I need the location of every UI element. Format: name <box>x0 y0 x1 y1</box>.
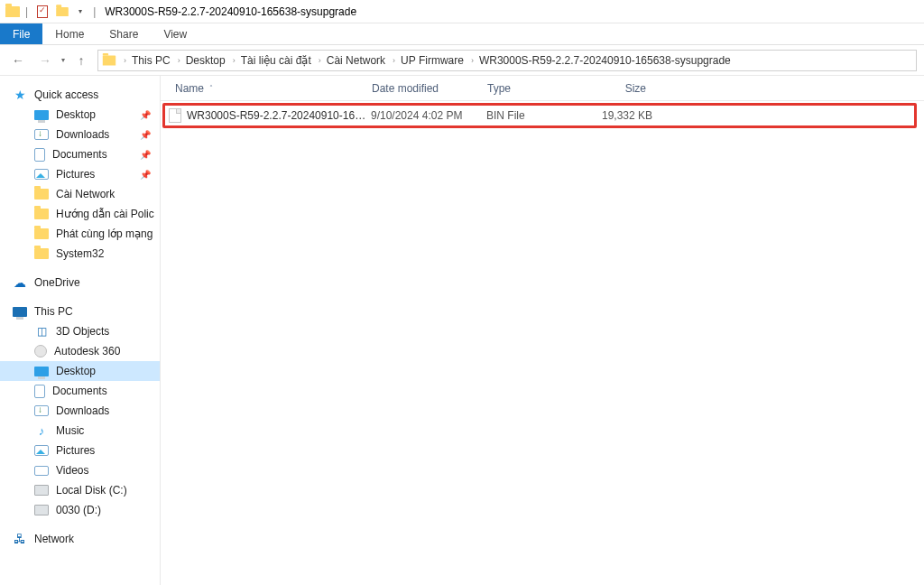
window-title: WR3000S-R59-2.2.7-20240910-165638-sysupg… <box>99 5 356 18</box>
3d-objects-icon: ◫ <box>34 324 49 339</box>
breadcrumb-this-pc[interactable]: This PC <box>132 54 171 67</box>
sidebar-item-label: Hướng dẫn cài Polic <box>56 208 154 220</box>
home-tab[interactable]: Home <box>42 23 97 44</box>
sidebar-item[interactable]: Phát cùng lớp mạng <box>0 224 160 244</box>
up-button[interactable]: ↑ <box>70 50 92 71</box>
sidebar-item[interactable]: Videos <box>0 460 160 480</box>
view-tab[interactable]: View <box>151 23 199 44</box>
navigation-pane: ★ Quick access Desktop📌Downloads📌Documen… <box>0 76 161 585</box>
chevron-right-icon: › <box>118 56 132 65</box>
file-row[interactable]: WR3000S-R59-2.2.7-20240910-165638-sys...… <box>165 106 914 125</box>
sidebar-item[interactable]: Downloads📌 <box>0 125 160 144</box>
file-tab[interactable]: File <box>0 23 42 44</box>
col-size[interactable]: Size <box>581 82 661 95</box>
separator: | <box>89 5 99 18</box>
sidebar-item[interactable]: Local Disk (C:) <box>0 480 160 500</box>
music-icon: ♪ <box>34 423 49 438</box>
sidebar-item[interactable]: 0030 (D:) <box>0 500 160 520</box>
quick-access-toolbar: | ▾ | <box>5 3 99 21</box>
disk-icon <box>34 505 49 515</box>
this-pc-heading[interactable]: This PC <box>0 302 160 321</box>
downloads-icon <box>34 129 49 140</box>
quick-access-heading[interactable]: ★ Quick access <box>0 85 160 105</box>
sidebar-item[interactable]: Hướng dẫn cài Polic <box>0 204 160 224</box>
downloads-icon <box>34 405 49 416</box>
sidebar-item-label: 3D Objects <box>56 325 109 338</box>
sidebar-item[interactable]: Autodesk 360 <box>0 341 160 361</box>
sidebar-item[interactable]: System32 <box>0 244 160 264</box>
breadcrumb-desktop[interactable]: Desktop <box>186 54 226 67</box>
sidebar-item[interactable]: Cài Network <box>0 184 160 204</box>
quick-access-label: Quick access <box>34 88 98 101</box>
sidebar-item[interactable]: Documents <box>0 381 160 401</box>
network-label: Network <box>34 533 74 545</box>
file-name: WR3000S-R59-2.2.7-20240910-165638-sys... <box>187 109 371 122</box>
desktop-icon <box>34 367 49 376</box>
folder-icon <box>34 209 49 219</box>
sidebar-item[interactable]: ◫3D Objects <box>0 321 160 341</box>
title-bar: | ▾ | WR3000S-R59-2.2.7-20240910-165638-… <box>0 0 924 23</box>
breadcrumb-current[interactable]: WR3000S-R59-2.2.7-20240910-165638-sysupg… <box>479 54 731 67</box>
col-date[interactable]: Date modified <box>365 82 480 95</box>
chevron-right-icon: › <box>313 56 327 65</box>
breadcrumb-folder[interactable]: Cài Network <box>327 54 385 67</box>
address-bar[interactable]: ›This PC ›Desktop ›Tài liệu cài đặt ›Cài… <box>97 50 917 71</box>
sidebar-item-label: Music <box>56 424 84 437</box>
documents-icon <box>34 148 45 162</box>
desktop-icon <box>34 110 49 120</box>
qat-customize[interactable]: ▾ <box>73 7 88 15</box>
onedrive-heading[interactable]: ☁ OneDrive <box>0 273 160 292</box>
file-icon <box>169 108 181 123</box>
chevron-right-icon: › <box>387 56 401 65</box>
back-button[interactable]: ← <box>7 50 29 71</box>
pc-icon <box>13 307 27 317</box>
column-headers: Name ˄ Date modified Type Size <box>161 76 924 101</box>
folder-icon <box>34 189 49 200</box>
sidebar-item-label: Pictures <box>56 444 95 457</box>
navigation-bar: ← → ▾ ↑ ›This PC ›Desktop ›Tài liệu cài … <box>0 45 924 76</box>
sidebar-item-label: Videos <box>56 464 88 477</box>
folder-icon <box>34 248 49 259</box>
sidebar-item-label: Cài Network <box>56 188 115 200</box>
pictures-icon <box>34 169 49 180</box>
sidebar-item-label: Documents <box>52 385 107 397</box>
share-tab[interactable]: Share <box>97 23 151 44</box>
forward-button[interactable]: → <box>34 50 56 71</box>
folder-icon <box>56 6 69 15</box>
videos-icon <box>34 466 49 476</box>
properties-button[interactable] <box>33 3 51 21</box>
sidebar-item-label: Pictures <box>56 168 95 181</box>
highlighted-annotation: WR3000S-R59-2.2.7-20240910-165638-sys...… <box>162 103 917 128</box>
sidebar-item[interactable]: Downloads <box>0 401 160 421</box>
onedrive-label: OneDrive <box>34 276 80 289</box>
cloud-icon: ☁ <box>13 275 27 290</box>
new-folder-button[interactable] <box>53 3 71 21</box>
pin-icon: 📌 <box>140 170 151 180</box>
sidebar-item-label: Local Disk (C:) <box>56 484 127 497</box>
ribbon-tabs: File Home Share View <box>0 23 924 45</box>
sidebar-item[interactable]: Pictures📌 <box>0 164 160 184</box>
sidebar-item-label: Downloads <box>56 128 109 141</box>
breadcrumb-folder[interactable]: Tài liệu cài đặt <box>241 54 311 67</box>
autodesk-icon <box>34 345 47 358</box>
history-dropdown[interactable]: ▾ <box>61 56 65 64</box>
sidebar-item[interactable]: Documents📌 <box>0 144 160 164</box>
sidebar-item[interactable]: Desktop📌 <box>0 105 160 125</box>
col-name-label: Name <box>175 82 204 95</box>
sidebar-item[interactable]: Pictures <box>0 441 160 460</box>
sidebar-item-label: Downloads <box>56 404 109 417</box>
folder-icon <box>103 55 116 65</box>
chevron-right-icon: › <box>466 56 479 65</box>
col-name[interactable]: Name ˄ <box>168 82 365 95</box>
breadcrumb-folder[interactable]: UP Firmware <box>401 54 464 67</box>
sidebar-item[interactable]: Desktop <box>0 361 160 381</box>
this-pc-label: This PC <box>34 305 73 318</box>
sidebar-item-label: Desktop <box>56 365 96 377</box>
sidebar-item-label: Documents <box>52 148 107 161</box>
network-heading[interactable]: 🖧 Network <box>0 529 160 549</box>
col-type[interactable]: Type <box>480 82 581 95</box>
sidebar-item-label: 0030 (D:) <box>56 504 101 516</box>
sidebar-item-label: Desktop <box>56 108 96 121</box>
properties-icon <box>37 5 48 18</box>
sidebar-item[interactable]: ♪Music <box>0 421 160 441</box>
